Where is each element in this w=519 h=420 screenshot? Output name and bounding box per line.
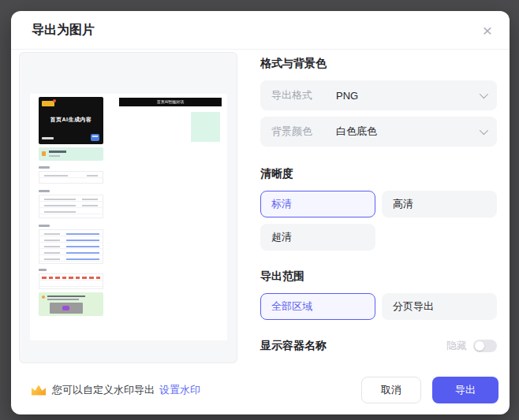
preview-panel: 首页AI生成内容 首页AI智能对话 [19,52,237,363]
note-bullet-icon [42,295,45,299]
clarity-options: 标清 高清 超清 [260,191,497,251]
set-watermark-link[interactable]: 设置水印 [159,383,200,397]
preview-section-label [39,269,47,271]
preview-table-links [39,229,103,264]
export-image-dialog: 导出为图片 × 首页AI生成内容 首页AI智能对话 [11,11,510,414]
dialog-footer: 您可以自定义水印导出 设置水印 取消 导出 [11,369,510,414]
export-format-select[interactable]: 导出格式 PNG [260,80,497,110]
preview-section-label [39,166,50,169]
preview-table [39,171,103,184]
preview-cover-card: 首页AI生成内容 [39,97,103,144]
preview-page-thumbnail: 首页AI生成内容 首页AI智能对话 [30,94,227,340]
preview-cover-subtext [42,137,54,139]
clarity-option-hd[interactable]: 高清 [382,191,497,217]
container-name-row: 显示容器名称 隐藏 [260,339,497,353]
range-option-all[interactable]: 全部区域 [260,293,375,320]
container-name-toggle[interactable] [473,340,497,352]
preview-mint-block [191,112,220,142]
cancel-button[interactable]: 取消 [361,377,421,403]
background-color-select[interactable]: 背景颜色 白色底色 [260,117,497,147]
settings-column: 格式与背景色 导出格式 PNG 背景颜色 白色底色 清晰度 标清 高清 超清 导… [260,52,497,353]
toggle-state-label: 隐藏 [446,339,467,353]
preview-note-box [39,292,103,316]
range-section-heading: 导出范围 [260,269,497,284]
preview-highlight-banner [39,147,103,161]
background-color-label: 背景颜色 [271,125,336,139]
container-name-label: 显示容器名称 [260,339,327,353]
preview-section-label [39,190,50,192]
preview-note-image [50,303,83,314]
clarity-option-uhd[interactable]: 超清 [260,224,375,251]
range-option-paged[interactable]: 分页导出 [382,293,497,320]
banner-bullet-icon [42,151,46,156]
export-format-value: PNG [336,90,358,102]
preview-section-titlebar: 首页AI智能对话 [119,98,222,106]
footer-buttons: 取消 导出 [361,377,498,403]
preview-cover-title: 首页AI生成内容 [39,116,103,124]
export-format-label: 导出格式 [271,88,336,102]
close-icon[interactable]: × [480,20,495,40]
dialog-header: 导出为图片 × [11,11,510,50]
preview-section-title: 首页AI智能对话 [157,100,185,104]
watermark-hint-text: 您可以自定义水印导出 [52,383,155,397]
range-options: 全部区域 分页导出 [260,293,497,320]
format-section-heading: 格式与背景色 [260,57,497,71]
preview-section-label [39,225,50,227]
chevron-down-icon [480,126,488,135]
preview-cover-badge-icon [91,134,99,141]
clarity-option-sd[interactable]: 标清 [260,191,375,217]
clarity-section-heading: 清晰度 [260,167,497,181]
background-color-value: 白色底色 [336,125,377,139]
export-button[interactable]: 导出 [432,377,498,403]
dialog-title: 导出为图片 [32,22,95,39]
preview-table [39,195,103,218]
chevron-down-icon [480,90,488,98]
preview-table-red-header [39,273,103,289]
brand-logo-icon [42,101,54,106]
crown-icon [32,385,46,396]
